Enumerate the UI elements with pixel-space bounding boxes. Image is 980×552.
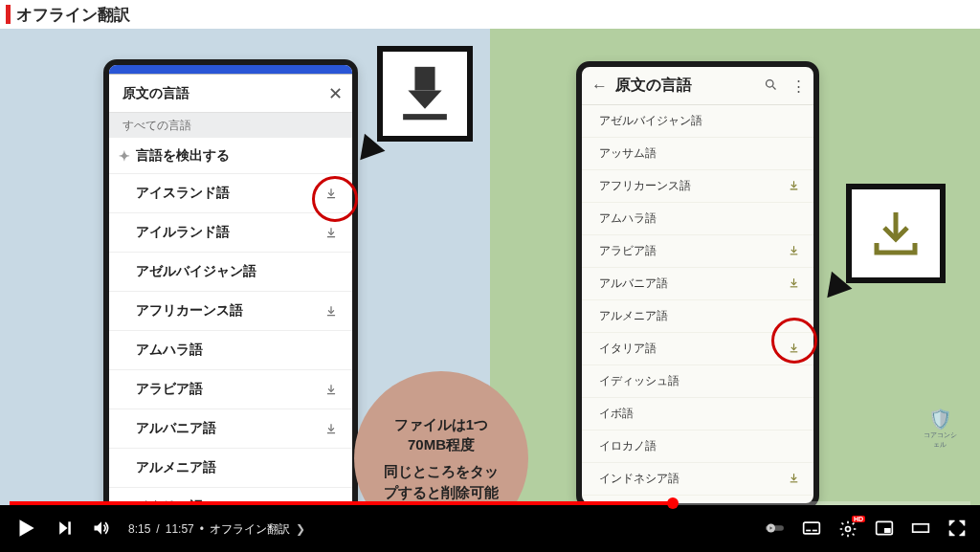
download-icon[interactable] xyxy=(323,421,339,436)
language-row[interactable]: アラビア語 xyxy=(582,235,813,268)
fullscreen-button[interactable] xyxy=(947,519,967,541)
app-header: ← 原文の言語 ⋮ xyxy=(582,67,813,105)
language-row[interactable]: アルメニア語 xyxy=(109,449,352,488)
bubble-line-2: 70MB程度 xyxy=(408,434,475,455)
language-name: イタリア語 xyxy=(599,341,657,357)
info-bubble: ファイルは1つ 70MB程度 同じところをタッ プすると削除可能 xyxy=(354,371,528,505)
language-name: アフリカーンス語 xyxy=(136,302,243,320)
settings-button[interactable]: HD xyxy=(838,519,858,539)
close-icon[interactable]: ✕ xyxy=(328,83,343,104)
language-name: アルバニア語 xyxy=(136,420,216,437)
miniplayer-button[interactable] xyxy=(875,519,894,541)
brand-logo-text: コアコンシェル xyxy=(921,431,959,450)
sheet-header: 原文の言語 ✕ xyxy=(109,75,352,113)
download-callout-left xyxy=(377,46,473,142)
bubble-line-1: ファイルは1つ xyxy=(394,414,488,435)
language-name: イボ語 xyxy=(599,406,634,422)
more-icon[interactable]: ⋮ xyxy=(791,77,806,95)
download-icon[interactable] xyxy=(323,382,339,397)
language-name: アムハラ語 xyxy=(599,210,657,227)
language-row[interactable]: イロカノ語 xyxy=(582,431,813,463)
language-row[interactable]: アフリカーンス語 xyxy=(109,292,352,331)
play-button[interactable] xyxy=(13,516,38,543)
chevron-right-icon[interactable]: ❯ xyxy=(296,522,305,536)
svg-rect-36 xyxy=(806,529,811,531)
language-row[interactable]: アッサム語 xyxy=(582,138,813,170)
download-icon[interactable] xyxy=(788,276,800,292)
svg-marker-31 xyxy=(95,521,102,534)
svg-rect-41 xyxy=(913,523,929,531)
svg-rect-37 xyxy=(813,529,817,531)
bubble-line-3: 同じところをタッ xyxy=(384,461,499,482)
seek-bar-played xyxy=(10,501,673,505)
download-callout-right xyxy=(846,184,946,283)
language-row[interactable]: アイスランド語 xyxy=(109,174,352,213)
language-row[interactable]: アルメニア語 xyxy=(582,300,813,333)
video-content-area: オフライン翻訳 原文の言語 ✕ すべての言語 ✦ 言語を検出する アイスランド語… xyxy=(0,0,980,505)
svg-point-15 xyxy=(767,79,774,87)
seek-bar[interactable] xyxy=(10,501,970,505)
brand-logo: 🛡️ コアコンシェル xyxy=(921,408,959,450)
detect-language-row[interactable]: ✦ 言語を検出する xyxy=(109,138,352,174)
language-row[interactable]: アルバニア語 xyxy=(582,268,813,300)
download-icon[interactable] xyxy=(788,472,800,487)
language-name: アイルランド語 xyxy=(136,224,230,241)
language-list-left: アイスランド語アイルランド語アゼルバイジャン語アフリカーンス語アムハラ語アラビア… xyxy=(109,174,352,505)
svg-rect-40 xyxy=(884,528,891,533)
svg-marker-29 xyxy=(59,521,67,534)
hd-badge: HD xyxy=(852,516,865,522)
volume-button[interactable] xyxy=(92,519,111,541)
captions-button[interactable] xyxy=(802,519,821,541)
language-row[interactable]: イディッシュ語 xyxy=(582,365,813,398)
status-bar xyxy=(109,65,352,75)
svg-rect-14 xyxy=(403,114,447,120)
language-name: アイスランド語 xyxy=(136,185,230,202)
download-icon[interactable] xyxy=(323,186,339,201)
sheet-title: 原文の言語 xyxy=(122,85,189,102)
language-list-right: アゼルバイジャン語アッサム語アフリカーンス語アムハラ語アラビア語アルバニア語アル… xyxy=(582,105,813,505)
player-controls: 8:15 / 11:57 • オフライン翻訳 ❯ HD xyxy=(0,506,980,552)
language-name: アフリカーンス語 xyxy=(599,178,691,194)
language-name: アムハラ語 xyxy=(136,342,203,359)
search-icon[interactable] xyxy=(764,77,778,95)
autoplay-toggle[interactable] xyxy=(766,519,785,541)
svg-rect-35 xyxy=(804,522,820,534)
download-icon[interactable] xyxy=(788,244,800,259)
language-name: アルメニア語 xyxy=(136,459,216,476)
download-icon[interactable] xyxy=(788,179,800,194)
language-row[interactable]: アゼルバイジャン語 xyxy=(109,253,352,292)
back-icon[interactable]: ← xyxy=(591,77,608,96)
download-icon[interactable] xyxy=(788,342,800,357)
language-name: アラビア語 xyxy=(136,381,203,398)
language-name: アゼルバイジャン語 xyxy=(136,263,256,280)
download-icon[interactable] xyxy=(323,303,339,319)
language-row[interactable]: アムハラ語 xyxy=(582,203,813,235)
detect-language-label: 言語を検出する xyxy=(136,147,230,165)
language-row[interactable]: アゼルバイジャン語 xyxy=(582,105,813,138)
language-row[interactable]: アフリカーンス語 xyxy=(582,170,813,203)
slide-title: オフライン翻訳 xyxy=(16,4,130,26)
language-row[interactable]: イタリア語 xyxy=(582,333,813,365)
language-row[interactable]: アイルランド語 xyxy=(109,213,352,253)
download-icon[interactable] xyxy=(323,225,339,240)
theater-mode-button[interactable] xyxy=(911,519,930,541)
language-row[interactable]: イボ語 xyxy=(582,398,813,431)
next-button[interactable] xyxy=(56,519,75,541)
language-row[interactable]: アルバニア語 xyxy=(109,409,352,449)
svg-point-38 xyxy=(846,527,851,532)
sparkle-icon: ✦ xyxy=(119,148,130,164)
language-name: イディッシュ語 xyxy=(599,373,679,389)
duration: 11:57 xyxy=(166,522,194,536)
svg-line-16 xyxy=(772,86,775,89)
svg-marker-13 xyxy=(408,90,441,108)
shield-icon: 🛡️ xyxy=(921,408,959,431)
svg-rect-12 xyxy=(414,67,434,91)
language-name: アルメニア語 xyxy=(599,308,668,324)
language-name: イロカノ語 xyxy=(599,438,657,454)
language-row[interactable]: アムハラ語 xyxy=(109,331,352,370)
chapter-button[interactable]: オフライン翻訳 xyxy=(210,521,290,538)
language-name: アルバニア語 xyxy=(599,276,668,292)
slide-title-bar: オフライン翻訳 xyxy=(0,0,980,29)
language-row[interactable]: アラビア語 xyxy=(109,370,352,409)
language-row[interactable]: インドネシア語 xyxy=(582,463,813,496)
